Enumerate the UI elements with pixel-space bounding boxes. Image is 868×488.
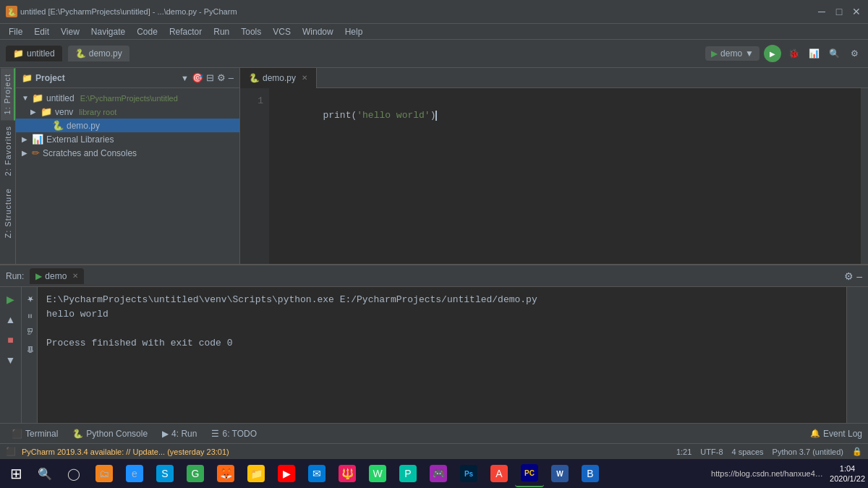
demopy-label: demo.py bbox=[67, 121, 100, 131]
menu-refactor[interactable]: Refactor bbox=[163, 25, 208, 38]
bottom-tab-run[interactable]: ▶ 4: Run bbox=[156, 427, 203, 441]
run-side-toolbar: ▶ ▲ ■ ▼ bbox=[0, 287, 22, 423]
code-editor[interactable]: print('hello world') bbox=[269, 88, 861, 264]
menu-run[interactable]: Run bbox=[208, 25, 235, 38]
status-interpreter[interactable]: Python 3.7 (untitled) bbox=[773, 448, 843, 456]
tree-item-venv[interactable]: ▶ 📁 venv library root bbox=[16, 105, 239, 119]
taskbar-app-browser2[interactable]: B bbox=[576, 460, 605, 487]
maximize-button[interactable]: □ bbox=[833, 6, 845, 17]
close-button[interactable]: ✕ bbox=[851, 6, 862, 17]
scratches-label: Scratches and Consoles bbox=[43, 148, 137, 158]
taskbar-app-app1[interactable]: ▶ bbox=[272, 460, 301, 487]
settings-icon[interactable]: ⚙ bbox=[217, 72, 226, 83]
taskbar-app-chrome[interactable]: G bbox=[181, 460, 210, 487]
run-vtab-icon2[interactable]: 🗑 bbox=[24, 342, 35, 359]
pycharm-taskbar-icon: PC bbox=[521, 464, 538, 481]
locate-icon[interactable]: 🎯 bbox=[192, 72, 203, 83]
editor-tab-demopy[interactable]: 🐍 demo.py ✕ bbox=[240, 68, 317, 88]
run-stop-icon[interactable]: ■ bbox=[3, 332, 19, 348]
tree-item-scratches[interactable]: ▶ ✏ Scratches and Consoles bbox=[16, 146, 239, 160]
run-output: E:\PycharmProjects\untitled\venv\Scripts… bbox=[38, 287, 846, 423]
run-tab-close[interactable]: ✕ bbox=[72, 272, 78, 280]
minimize-button[interactable]: ─ bbox=[816, 6, 827, 17]
demo-tab-label: demo.py bbox=[89, 48, 122, 59]
tab-favorites[interactable]: 2: Favorites bbox=[1, 120, 14, 181]
taskbar-app-folder[interactable]: 📁 bbox=[242, 460, 271, 487]
taskbar-app-wechat[interactable]: W bbox=[363, 460, 392, 487]
bottom-tab-terminal[interactable]: ⬛ Terminal bbox=[6, 427, 64, 441]
profile-button[interactable]: 📊 bbox=[806, 46, 822, 61]
taskbar-app-word[interactable]: W bbox=[545, 460, 574, 487]
tab-project[interactable]: 1: Project bbox=[1, 68, 15, 120]
run-config-label: demo bbox=[720, 48, 742, 59]
menu-help[interactable]: Help bbox=[339, 25, 369, 38]
bottom-tab-python-console[interactable]: 🐍 Python Console bbox=[67, 427, 153, 441]
tree-item-untitled[interactable]: ▼ 📁 untitled E:\PycharmProjects\untitled bbox=[16, 91, 239, 105]
run-close-icon[interactable]: – bbox=[856, 270, 862, 282]
untitled-tab[interactable]: 📁 untitled bbox=[6, 46, 62, 61]
debug-button[interactable]: 🐞 bbox=[786, 46, 801, 61]
run-button[interactable]: ▶ bbox=[764, 45, 781, 62]
bottom-tab-todo[interactable]: ☰ 6: TODO bbox=[205, 427, 263, 441]
taskbar-app-explorer[interactable]: 🗂 bbox=[90, 460, 119, 487]
taskbar-app-app4[interactable]: P bbox=[393, 460, 422, 487]
run-vtab-favorites[interactable]: ★ bbox=[23, 290, 35, 308]
taskbar-app-firefox[interactable]: 🦊 bbox=[211, 460, 240, 487]
taskbar-app-pycharm[interactable]: PC bbox=[515, 460, 544, 487]
menu-vcs[interactable]: VCS bbox=[267, 25, 297, 38]
taskbar-app-ps[interactable]: Ps bbox=[454, 460, 483, 487]
menu-navigate[interactable]: Navigate bbox=[85, 25, 131, 38]
todo-icon: ☰ bbox=[211, 429, 219, 439]
search-button[interactable]: 🔍 bbox=[826, 46, 842, 61]
run-down-icon[interactable]: ▼ bbox=[3, 352, 19, 368]
run-play-icon[interactable]: ▶ bbox=[3, 291, 19, 307]
python-console-icon: 🐍 bbox=[72, 429, 83, 439]
hide-icon[interactable]: – bbox=[229, 72, 234, 83]
run-up-icon[interactable]: ▲ bbox=[3, 312, 19, 328]
run-vtab-icon1[interactable]: 🖨 bbox=[24, 324, 35, 341]
menu-edit[interactable]: Edit bbox=[28, 25, 55, 38]
run-settings-icon[interactable]: ⚙ bbox=[844, 270, 854, 282]
start-button[interactable]: ⊞ bbox=[3, 461, 29, 487]
taskbar-app-app3[interactable]: 🔱 bbox=[333, 460, 362, 487]
status-warning[interactable]: PyCharm 2019.3.4 available: // Update...… bbox=[22, 448, 229, 456]
app2-icon: ✉ bbox=[308, 465, 326, 482]
taskbar-app-edge[interactable]: e bbox=[120, 460, 149, 487]
taskbar-app-app2[interactable]: ✉ bbox=[302, 460, 331, 487]
app3-icon: 🔱 bbox=[339, 465, 356, 482]
status-lock-icon: 🔒 bbox=[852, 447, 862, 456]
run-output-exit: Process finished with exit code 0 bbox=[46, 336, 838, 351]
demo-py-tab[interactable]: 🐍 demo.py bbox=[68, 46, 129, 61]
status-position[interactable]: 1:21 bbox=[676, 448, 692, 456]
tab-structure[interactable]: Z: Structure bbox=[1, 182, 14, 244]
taskbar-app-store[interactable]: S bbox=[150, 460, 179, 487]
tree-item-demopy[interactable]: 🐍 demo.py bbox=[16, 119, 239, 132]
store-icon: S bbox=[156, 465, 174, 482]
line-numbers: 1 bbox=[240, 88, 269, 264]
tree-item-external-libs[interactable]: ▶ 📊 External Libraries bbox=[16, 132, 239, 146]
collapse-icon[interactable]: ⊟ bbox=[206, 72, 214, 83]
editor-scrollbar[interactable] bbox=[861, 88, 868, 264]
menu-code[interactable]: Code bbox=[131, 25, 163, 38]
run-tab-demo[interactable]: ▶ demo ✕ bbox=[30, 268, 84, 284]
menu-file[interactable]: File bbox=[3, 25, 28, 38]
status-indent[interactable]: 4 spaces bbox=[732, 448, 764, 456]
menu-window[interactable]: Window bbox=[297, 25, 339, 38]
code-print-fn: print bbox=[323, 110, 351, 121]
run-vtab-structure[interactable]: ≡ bbox=[24, 309, 35, 322]
project-header-arrow[interactable]: ▼ bbox=[181, 74, 189, 82]
taskbar-app-game[interactable]: 🎮 bbox=[424, 460, 453, 487]
run-vert-tabs: ★ ≡ 🖨 🗑 bbox=[22, 287, 38, 423]
event-log-label[interactable]: Event Log bbox=[823, 429, 862, 439]
editor-tab-close[interactable]: ✕ bbox=[302, 74, 307, 82]
settings-button[interactable]: ⚙ bbox=[846, 46, 862, 61]
run-config[interactable]: ▶ demo ▼ bbox=[705, 46, 760, 61]
taskbar-app-antivirus[interactable]: A bbox=[485, 460, 514, 487]
line-number-1: 1 bbox=[240, 94, 263, 108]
search-button-taskbar[interactable]: 🔍 bbox=[32, 461, 58, 487]
menu-tools[interactable]: Tools bbox=[235, 25, 267, 38]
taskbar-date: 2020/1/22 bbox=[830, 474, 865, 484]
cortana-button[interactable]: ◯ bbox=[61, 461, 87, 487]
menu-view[interactable]: View bbox=[55, 25, 85, 38]
status-encoding[interactable]: UTF-8 bbox=[700, 448, 723, 456]
